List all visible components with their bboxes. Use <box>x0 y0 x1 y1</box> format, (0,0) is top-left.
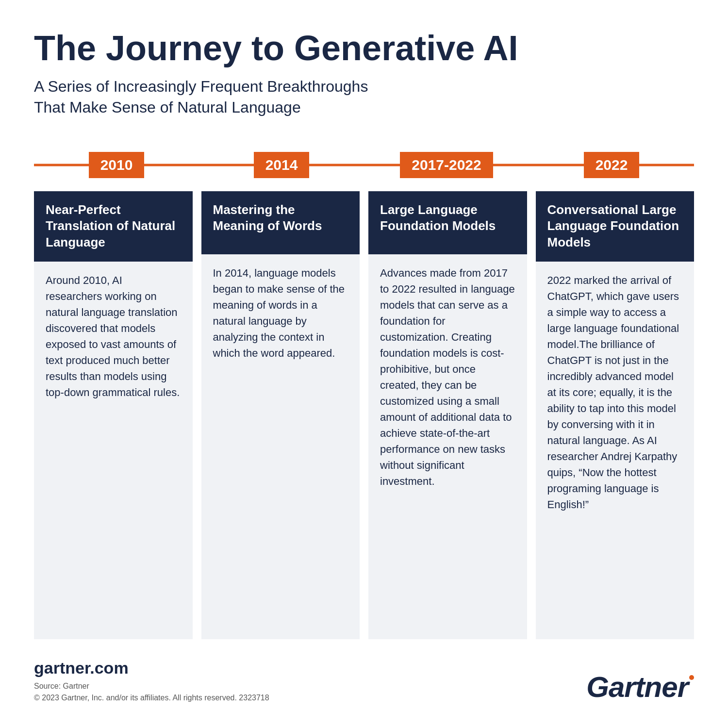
card-4-header: Conversational Large Language Foundation… <box>536 191 695 262</box>
card-2: Mastering the Meaning of Words In 2014, … <box>201 191 360 639</box>
footer: gartner.com Source: Gartner © 2023 Gartn… <box>34 659 694 704</box>
year-badge-2010: 2010 <box>89 152 145 178</box>
year-col-3: 2017-2022 <box>364 152 529 178</box>
year-col-2: 2014 <box>199 152 364 178</box>
years-row: 2010 2014 2017-2022 2022 <box>34 148 694 182</box>
year-col-4: 2022 <box>529 152 694 178</box>
year-badge-2017-2022: 2017-2022 <box>400 152 493 178</box>
year-col-1: 2010 <box>34 152 199 178</box>
gartner-logo: Gartner <box>586 670 694 704</box>
year-badge-2022: 2022 <box>584 152 640 178</box>
card-2-header: Mastering the Meaning of Words <box>201 191 360 254</box>
footer-left: gartner.com Source: Gartner © 2023 Gartn… <box>34 659 269 704</box>
card-2-body: In 2014, language models began to make s… <box>201 254 360 639</box>
year-badge-2014: 2014 <box>254 152 310 178</box>
timeline-section: 2010 2014 2017-2022 2022 Near-Perfect Tr… <box>34 148 694 639</box>
card-1: Near-Perfect Translation of Natural Lang… <box>34 191 193 639</box>
card-4-body: 2022 marked the arrival of ChatGPT, whic… <box>536 262 695 639</box>
cards-row: Near-Perfect Translation of Natural Lang… <box>34 191 694 639</box>
card-4: Conversational Large Language Foundation… <box>536 191 695 639</box>
gartner-logo-text: Gartner <box>586 670 688 704</box>
card-3: Large Language Foundation Models Advance… <box>368 191 527 639</box>
gartner-url: gartner.com <box>34 659 269 678</box>
card-3-header: Large Language Foundation Models <box>368 191 527 254</box>
card-3-body: Advances made from 2017 to 2022 resulted… <box>368 254 527 639</box>
page: The Journey to Generative AI A Series of… <box>0 0 728 728</box>
card-1-header: Near-Perfect Translation of Natural Lang… <box>34 191 193 262</box>
main-title: The Journey to Generative AI <box>34 29 694 67</box>
card-1-body: Around 2010, AI researchers working on n… <box>34 262 193 639</box>
subtitle: A Series of Increasingly Frequent Breakt… <box>34 76 374 118</box>
source-line1: Source: Gartner © 2023 Gartner, Inc. and… <box>34 680 269 704</box>
year-badges: 2010 2014 2017-2022 2022 <box>34 152 694 178</box>
gartner-logo-dot <box>689 675 694 680</box>
